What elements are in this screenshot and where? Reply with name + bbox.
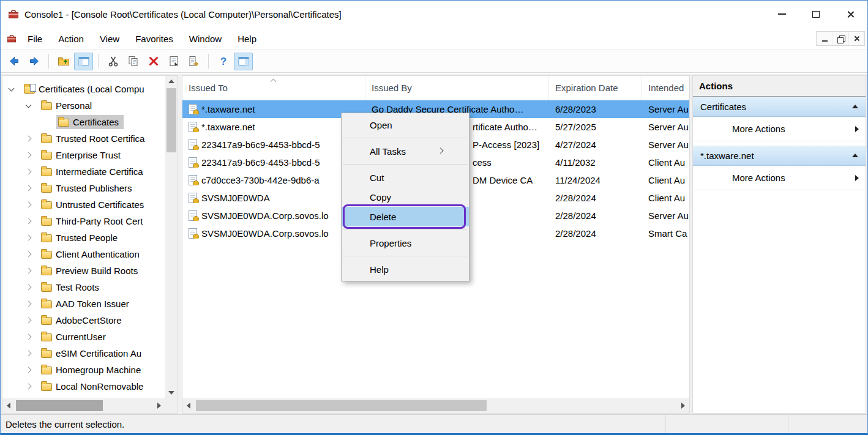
issued-to-text: SVSMJ0E0WDA.Corp.sovos.lo xyxy=(201,210,329,221)
column-header-issued-to[interactable]: Issued To xyxy=(182,76,365,100)
child-close-button[interactable] xyxy=(848,32,864,45)
restore-icon xyxy=(837,35,844,42)
context-menu-item-open[interactable]: Open xyxy=(342,115,469,135)
tree-item-personal[interactable]: Personal xyxy=(2,97,165,114)
context-menu-item-delete[interactable]: Delete xyxy=(342,207,469,226)
context-menu-item-all-tasks[interactable]: All Tasks xyxy=(342,141,469,161)
tree-item-untrusted-certificates[interactable]: Untrusted Certificates xyxy=(2,196,165,213)
tree-item-trusted-root-certifica[interactable]: Trusted Root Certifica xyxy=(2,130,165,147)
chevron-down-icon[interactable] xyxy=(6,84,17,95)
chevron-right-icon[interactable] xyxy=(23,232,34,244)
scroll-right-button[interactable] xyxy=(153,398,165,413)
horizontal-scroll-thumb[interactable] xyxy=(16,400,103,411)
tree-item-preview-build-roots[interactable]: Preview Build Roots xyxy=(2,262,165,279)
context-menu-item-help[interactable]: Help xyxy=(342,259,469,279)
list-horizontal-scrollbar[interactable] xyxy=(182,398,689,413)
chevron-right-icon[interactable] xyxy=(23,365,34,376)
show-action-pane-button[interactable] xyxy=(234,53,253,70)
tree-horizontal-scrollbar[interactable] xyxy=(2,398,165,413)
tree-item-label: Trusted Root Certifica xyxy=(56,133,144,144)
chevron-right-icon[interactable] xyxy=(23,183,34,194)
menu-file[interactable]: File xyxy=(20,28,50,50)
chevron-right-icon[interactable] xyxy=(23,249,34,260)
chevron-down-icon[interactable] xyxy=(23,100,34,111)
properties-button[interactable] xyxy=(164,53,183,70)
scroll-left-button[interactable] xyxy=(182,398,195,413)
close-icon xyxy=(854,35,860,42)
context-menu-item-copy[interactable]: Copy xyxy=(342,187,469,207)
cut-button[interactable] xyxy=(103,53,122,70)
tree-item-homegroup-machine[interactable]: Homegroup Machine xyxy=(2,362,165,378)
chevron-right-icon[interactable] xyxy=(23,381,34,392)
tree-item-local-nonremovable[interactable]: Local NonRemovable xyxy=(2,378,165,395)
chevron-right-icon[interactable] xyxy=(23,199,34,210)
chevron-right-icon[interactable] xyxy=(23,133,34,144)
scroll-up-button[interactable] xyxy=(165,76,178,87)
tree-item-intermediate-certifica[interactable]: Intermediate Certifica xyxy=(2,163,165,180)
minimize-icon xyxy=(822,40,828,42)
child-minimize-button[interactable] xyxy=(817,32,832,45)
maximize-icon xyxy=(812,11,820,18)
chevron-right-icon[interactable] xyxy=(23,332,34,343)
tree-item-enterprise-trust[interactable]: Enterprise Trust xyxy=(2,147,165,163)
help-button[interactable]: ? xyxy=(214,53,233,70)
menu-window[interactable]: Window xyxy=(181,28,230,50)
scroll-down-button[interactable] xyxy=(165,387,178,398)
certificate-icon xyxy=(189,139,197,150)
close-button[interactable] xyxy=(833,1,867,28)
chevron-right-icon[interactable] xyxy=(23,348,34,359)
child-restore-button[interactable] xyxy=(832,32,848,45)
tree-item-esim-certification-au[interactable]: eSIM Certification Au xyxy=(2,345,165,362)
context-menu-item-properties[interactable]: Properties xyxy=(342,233,469,253)
forward-button[interactable] xyxy=(24,53,43,70)
chevron-right-icon[interactable] xyxy=(23,216,34,227)
tree-item-client-authentication[interactable]: Client Authentication xyxy=(2,246,165,262)
tree-node: Personal xyxy=(39,99,97,113)
chevron-right-icon[interactable] xyxy=(23,315,34,326)
actions-section-certificates[interactable]: Certificates xyxy=(693,97,866,117)
menu-favorites[interactable]: Favorites xyxy=(127,28,181,50)
export-list-button[interactable] xyxy=(184,53,203,70)
show-console-tree-button[interactable] xyxy=(74,53,93,70)
horizontal-scroll-thumb[interactable] xyxy=(196,400,487,411)
tree-item-certificates-local-compu[interactable]: Certificates (Local Compu xyxy=(2,81,165,97)
chevron-right-icon[interactable] xyxy=(23,282,34,293)
scroll-left-button[interactable] xyxy=(2,398,15,413)
chevron-right-icon[interactable] xyxy=(23,299,34,310)
more-actions-certificates[interactable]: More Actions xyxy=(693,117,866,141)
tree-item-third-party-root-cert[interactable]: Third-Party Root Cert xyxy=(2,213,165,229)
triangle-right-icon xyxy=(157,403,161,409)
tree-item-certificates[interactable]: Certificates xyxy=(2,114,165,130)
tree-item-trusted-publishers[interactable]: Trusted Publishers xyxy=(2,180,165,196)
up-level-button[interactable] xyxy=(54,53,73,70)
column-header-intended[interactable]: Intended xyxy=(642,76,689,100)
copy-button[interactable] xyxy=(124,53,143,70)
tree-item-trusted-people[interactable]: Trusted People xyxy=(2,229,165,246)
cell-intended-purposes: Client Au xyxy=(642,193,689,203)
tree-item-adobecertstore[interactable]: AdobeCertStore xyxy=(2,312,165,329)
chevron-right-icon[interactable] xyxy=(23,266,34,277)
menu-view[interactable]: View xyxy=(92,28,127,50)
minimize-button[interactable] xyxy=(765,1,799,28)
collapse-chevron-icon xyxy=(852,105,858,108)
menu-action[interactable]: Action xyxy=(50,28,92,50)
scroll-right-button[interactable] xyxy=(677,398,689,413)
context-menu-item-cut[interactable]: Cut xyxy=(342,168,469,187)
back-button[interactable] xyxy=(4,53,23,70)
menu-help[interactable]: Help xyxy=(230,28,264,50)
actions-section-taxware-net[interactable]: *.taxware.net xyxy=(693,146,866,166)
menu-item-label: Properties xyxy=(370,238,411,248)
column-header-expiration-date[interactable]: Expiration Date xyxy=(549,76,642,100)
tree-item-currentuser[interactable]: CurrentUser xyxy=(2,329,165,345)
tree-item-aad-token-issuer[interactable]: AAD Token Issuer xyxy=(2,296,165,312)
column-header-issued-by[interactable]: Issued By xyxy=(365,76,549,100)
context-menu: OpenAll TasksCutCopyDeletePropertiesHelp xyxy=(341,113,470,281)
tree-item-test-roots[interactable]: Test Roots xyxy=(2,279,165,296)
maximize-button[interactable] xyxy=(799,1,833,28)
chevron-right-icon[interactable] xyxy=(23,150,34,161)
delete-button[interactable] xyxy=(144,53,163,70)
tree-vertical-scrollbar[interactable] xyxy=(165,76,178,398)
chevron-right-icon[interactable] xyxy=(23,166,34,177)
vertical-scroll-thumb[interactable] xyxy=(166,88,176,152)
more-actions-taxware-net[interactable]: More Actions xyxy=(693,166,866,190)
